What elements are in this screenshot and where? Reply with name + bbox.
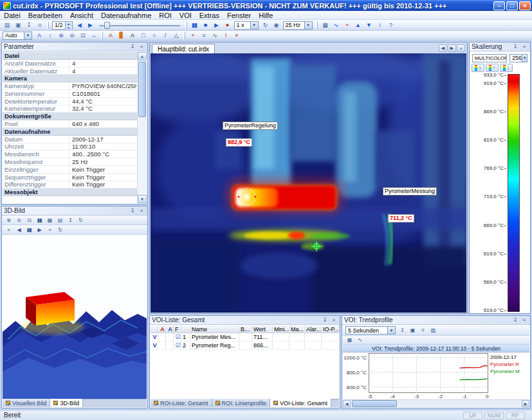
autoscale-icon[interactable]: A bbox=[33, 31, 44, 40]
trend-export-icon[interactable]: ↧ bbox=[397, 326, 407, 334]
scale-auto-icon[interactable]: ↕ bbox=[472, 64, 484, 72]
trend-graph-icon[interactable]: ∿ bbox=[354, 336, 365, 344]
view-tab[interactable]: 3D-Bild bbox=[50, 399, 83, 407]
trend-print-icon[interactable]: ≡ bbox=[417, 326, 428, 334]
zoom-in-icon[interactable]: ⊕ bbox=[55, 31, 66, 40]
scroll-left-icon[interactable]: ◀ bbox=[343, 400, 351, 407]
parameter-row[interactable]: Kameratemperatur 32,4 °C bbox=[3, 105, 137, 113]
zoom-out-icon[interactable]: ⊖ bbox=[66, 31, 77, 40]
position-slider[interactable] bbox=[99, 21, 180, 30]
chevron-down-icon[interactable]: ▾ bbox=[522, 55, 527, 62]
roi-ellipse-icon[interactable]: ○ bbox=[149, 31, 160, 40]
parameter-row[interactable]: Kamera bbox=[3, 75, 137, 82]
menu-datenaufnahme[interactable]: Datenaufnahme bbox=[97, 11, 155, 19]
document-tab[interactable]: Hauptbild: cut.irdx bbox=[152, 44, 215, 53]
slider-track[interactable] bbox=[99, 25, 180, 26]
list-tab[interactable]: ROI: Linienprofile bbox=[212, 399, 271, 407]
column-header[interactable]: IO-P... bbox=[322, 325, 340, 333]
frequency-combo[interactable]: 25 Hz ▾ bbox=[283, 21, 313, 30]
roi-label-messung[interactable]: PyrometerMessung bbox=[383, 187, 437, 196]
record-icon[interactable]: ● bbox=[222, 21, 233, 30]
play-icon[interactable]: ▶ bbox=[211, 21, 222, 30]
color-scale-bar[interactable] bbox=[508, 74, 520, 312]
open-file-icon[interactable]: ▤ bbox=[1, 21, 12, 30]
zoom-in-3d-icon[interactable]: ⊕ bbox=[3, 216, 14, 224]
menu-datei[interactable]: Datei bbox=[0, 11, 24, 19]
column-header[interactable]: Ma... bbox=[289, 325, 305, 333]
scale-max-icon[interactable]: ↑ bbox=[486, 64, 499, 72]
print-icon[interactable]: ≡ bbox=[34, 21, 45, 30]
pin-icon[interactable]: ↧ bbox=[129, 207, 136, 214]
loop-frame-icon[interactable]: ↻ bbox=[55, 226, 65, 234]
trend-copy-icon[interactable]: ▣ bbox=[407, 326, 417, 334]
menu-bearbeiten[interactable]: Bearbeiten bbox=[24, 11, 66, 19]
spin-down-icon[interactable]: ▼ bbox=[66, 26, 72, 30]
next-dataset-icon[interactable]: ▶ bbox=[85, 21, 96, 30]
stop-icon[interactable]: ■ bbox=[200, 21, 211, 30]
zoom-fit-3d-icon[interactable]: ⊡ bbox=[24, 216, 34, 224]
parameter-row[interactable]: Seriennummer C1018601 bbox=[3, 90, 137, 98]
column-header[interactable]: Wert bbox=[252, 325, 273, 333]
toolbar-grip[interactable] bbox=[101, 32, 103, 39]
pause-frame-icon[interactable]: ▮▮ bbox=[24, 226, 34, 234]
toolbar-grip[interactable] bbox=[183, 32, 185, 39]
parameter-row[interactable]: Aktueller Datensatz 4 bbox=[3, 68, 137, 75]
prev-frame-icon[interactable]: ◀ bbox=[14, 226, 24, 234]
rotate-3d-icon[interactable]: ↻ bbox=[75, 216, 86, 224]
zoom-out-3d-icon[interactable]: ⊖ bbox=[14, 216, 24, 224]
palette-icon[interactable]: ▊ bbox=[116, 31, 127, 40]
column-header[interactable]: Name bbox=[190, 325, 239, 333]
pin-icon[interactable]: ↧ bbox=[129, 43, 136, 50]
prev-dataset-icon[interactable]: ◀ bbox=[74, 21, 85, 30]
scale-range-icon[interactable]: ↕ bbox=[44, 31, 55, 40]
view3d-canvas[interactable] bbox=[3, 235, 147, 399]
parameter-scrollbar[interactable]: ▲ ▼ bbox=[137, 52, 147, 203]
trend-range-combo[interactable]: 5 Sekunden ▾ bbox=[345, 326, 396, 334]
close-button[interactable]: × bbox=[519, 1, 531, 10]
pin-icon[interactable]: ↧ bbox=[321, 316, 329, 324]
close-panel-icon[interactable]: × bbox=[138, 207, 145, 214]
voi-point-icon[interactable]: + bbox=[187, 31, 198, 40]
scale-mode-combo[interactable]: Auto ▾ bbox=[3, 32, 32, 40]
table-row[interactable]: V ☑ 1 Pyrometer Mes... 711... bbox=[151, 333, 339, 342]
export-icon[interactable]: ↧ bbox=[23, 21, 34, 30]
scale-panel-header[interactable]: Skalierung ↧× bbox=[470, 42, 530, 51]
profile-icon[interactable]: ∿ bbox=[331, 21, 342, 30]
trend-settings-icon[interactable]: ▨ bbox=[428, 326, 438, 334]
voi-list-icon[interactable]: ≡ bbox=[198, 31, 209, 40]
delete-roi-icon[interactable]: × bbox=[231, 31, 242, 40]
parameter-row[interactable]: Messobjekt bbox=[3, 188, 137, 196]
scale-min-icon[interactable]: ↓ bbox=[500, 64, 513, 72]
pin-icon[interactable]: ↧ bbox=[511, 43, 519, 50]
snapshot-icon[interactable]: ◉ bbox=[271, 21, 282, 30]
close-panel-icon[interactable]: × bbox=[138, 43, 145, 50]
first-frame-icon[interactable]: « bbox=[3, 226, 14, 234]
raise-3d-icon[interactable]: ↥ bbox=[65, 216, 75, 224]
parameter-row[interactable]: Datum 2009-12-17 bbox=[3, 136, 137, 143]
camera-icon[interactable]: ▦ bbox=[320, 21, 331, 30]
scroll-down-icon[interactable]: ▼ bbox=[138, 195, 147, 203]
view-tab[interactable]: Visuelles Bild bbox=[3, 399, 50, 407]
toolbar-grip[interactable] bbox=[47, 22, 49, 29]
dataset-spinner[interactable]: 1/2 ▲▼ bbox=[52, 21, 73, 30]
chevron-down-icon[interactable]: ▾ bbox=[304, 22, 312, 29]
menu-ansicht[interactable]: Ansicht bbox=[66, 11, 97, 19]
scrollbar-thumb[interactable] bbox=[352, 400, 397, 407]
pause-3d-icon[interactable]: ▮▮ bbox=[34, 216, 44, 224]
parameter-row[interactable]: Einzeltrigger Kein Trigger bbox=[3, 166, 137, 174]
help-icon[interactable]: ? bbox=[385, 21, 396, 30]
thermal-image[interactable]: PyrometerRegelung 882,9 °C PyrometerMess… bbox=[151, 53, 466, 313]
chevron-down-icon[interactable]: ▾ bbox=[250, 22, 258, 29]
trend-table-icon[interactable]: ▦ bbox=[344, 336, 354, 344]
toolbar-grip[interactable] bbox=[185, 22, 187, 29]
parameter-row[interactable]: Dokumentgröße bbox=[3, 113, 137, 120]
menu-hilfe[interactable]: Hilfe bbox=[255, 11, 277, 19]
play-frame-icon[interactable]: ▶ bbox=[34, 226, 44, 234]
last-frame-icon[interactable]: » bbox=[44, 226, 55, 234]
close-panel-icon[interactable]: × bbox=[520, 43, 528, 50]
move-down-icon[interactable]: ▼ bbox=[363, 21, 374, 30]
list-tab[interactable]: VOI-Liste: Gesamt bbox=[270, 399, 331, 407]
scroll-up-icon[interactable]: ▲ bbox=[138, 52, 147, 60]
parameter-row[interactable]: Datenaufnahme bbox=[3, 128, 137, 136]
isotherm-icon[interactable]: A bbox=[105, 31, 116, 40]
